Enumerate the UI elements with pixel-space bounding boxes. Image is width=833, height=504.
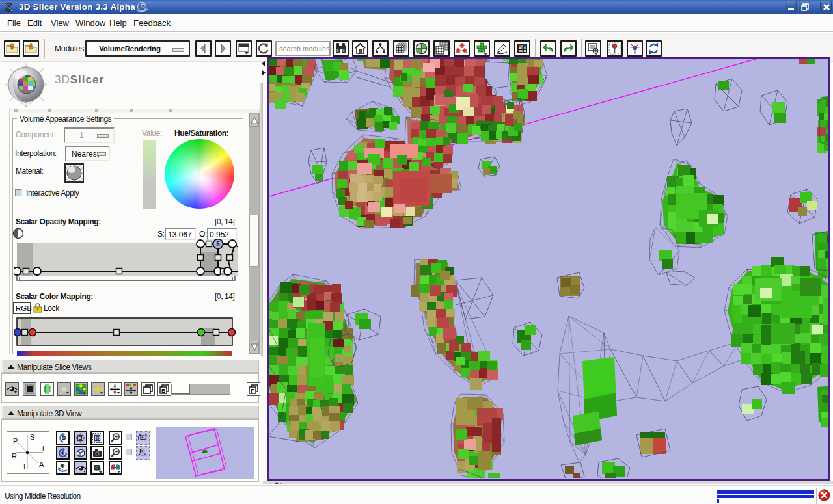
svg-text:I: I [23,462,25,470]
svg-text:B: B [161,388,166,394]
svg-text:F: F [251,388,254,394]
svg-text:A: A [61,384,68,395]
svg-text:R: R [12,452,17,460]
svg-text:S: S [30,433,34,441]
svg-text:L: L [42,445,46,453]
svg-text:A: A [39,460,44,468]
svg-text:5: 5 [216,241,220,248]
svg-text:P: P [13,437,18,445]
